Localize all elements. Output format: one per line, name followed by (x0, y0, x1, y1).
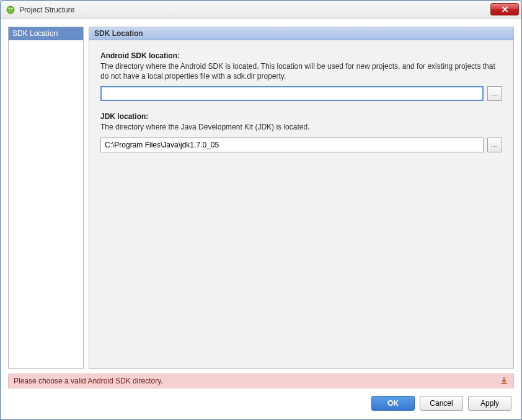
panel-header: SDK Location (89, 27, 513, 40)
titlebar: Project Structure (1, 1, 521, 19)
jdk-location-desc: The directory where the Java Development… (100, 122, 502, 132)
error-message: Please choose a valid Android SDK direct… (14, 377, 163, 385)
sdk-location-desc: The directory where the Android SDK is l… (100, 61, 502, 81)
ellipsis-icon: ... (491, 90, 498, 97)
sidebar: SDK Location (8, 27, 84, 369)
close-icon (502, 6, 508, 12)
content-area: SDK Location SDK Location Android SDK lo… (1, 19, 521, 419)
button-row: OK Cancel Apply (8, 388, 514, 412)
jdk-location-group: JDK location: The directory where the Ja… (100, 112, 502, 152)
main-panel: SDK Location Android SDK location: The d… (89, 27, 514, 369)
error-bar: Please choose a valid Android SDK direct… (8, 374, 514, 388)
sdk-browse-button[interactable]: ... (487, 86, 502, 101)
main-row: SDK Location SDK Location Android SDK lo… (8, 27, 514, 369)
app-icon (6, 5, 15, 15)
close-button[interactable] (490, 3, 519, 15)
apply-button[interactable]: Apply (468, 396, 511, 411)
sdk-location-label: Android SDK location: (100, 51, 502, 60)
svg-point-1 (9, 7, 10, 9)
dialog-window: Project Structure SDK Location SDK Locat… (0, 0, 522, 420)
error-download-icon (500, 377, 508, 385)
jdk-location-label: JDK location: (100, 112, 502, 121)
window-title: Project Structure (19, 6, 490, 14)
svg-point-0 (7, 6, 14, 14)
jdk-location-input[interactable] (100, 138, 484, 152)
ok-button[interactable]: OK (371, 396, 415, 411)
jdk-browse-button[interactable]: ... (487, 138, 502, 152)
panel-body: Android SDK location: The directory wher… (89, 40, 513, 368)
cancel-button[interactable]: Cancel (420, 396, 463, 411)
ellipsis-icon: ... (491, 141, 498, 148)
sdk-location-input[interactable] (100, 86, 484, 101)
sdk-location-row: ... (100, 86, 502, 101)
sdk-location-group: Android SDK location: The directory wher… (100, 51, 502, 101)
sidebar-item-sdk-location[interactable]: SDK Location (9, 27, 83, 40)
sidebar-item-label: SDK Location (12, 29, 58, 38)
jdk-location-row: ... (100, 138, 502, 152)
svg-point-2 (11, 7, 12, 9)
